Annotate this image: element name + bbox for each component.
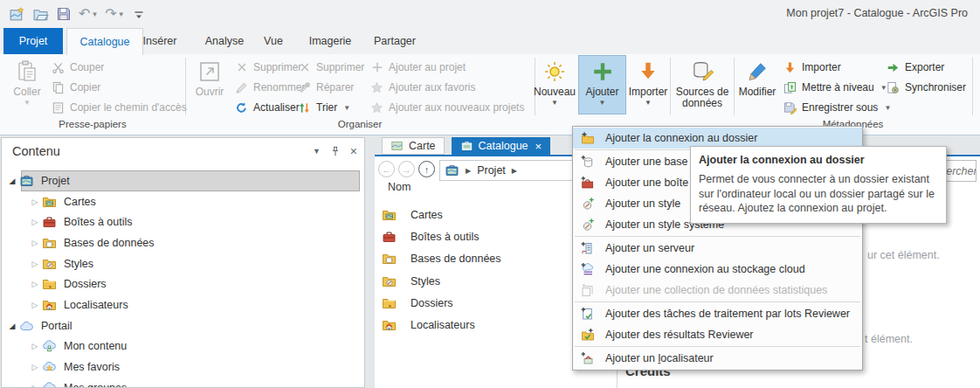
exporter-button[interactable]: Exporter [886, 58, 966, 77]
tree-item-dossiers[interactable]: ▷Dossiers [2, 274, 364, 294]
ribbon-tab-vue[interactable]: Vue [256, 28, 291, 54]
tree-item-boites-a-outils[interactable]: ▷Boîtes à outils [2, 211, 364, 232]
column-header-name[interactable]: Nom [388, 181, 411, 193]
supprimer-button[interactable]: Supprimer [297, 58, 364, 77]
copy-icon [51, 80, 66, 94]
couper-button[interactable]: Couper [51, 58, 187, 77]
plus-gray-icon [369, 60, 384, 74]
paste-button[interactable]: Coller ▼ [7, 56, 47, 114]
tree-item-label: Mes favoris [64, 361, 120, 373]
tree-item-mes-groupes[interactable]: ▷Mes groupes [2, 378, 364, 388]
catalog-item-label: Bases de données [411, 253, 501, 265]
folder-map-icon [42, 195, 58, 209]
redo-button[interactable]: ↷▼ [101, 3, 128, 25]
close-icon[interactable]: × [535, 141, 542, 152]
close-icon[interactable]: × [350, 144, 357, 158]
button-label: Ajouter aux nouveaux projets [389, 101, 524, 114]
forward-button[interactable]: → [398, 161, 415, 177]
data-sources-button[interactable]: Sources de données [672, 56, 733, 114]
ribbon-tab-catalogue[interactable]: Catalogue [66, 28, 143, 55]
tooltip: Ajouter la connexion au dossier Permet d… [690, 146, 947, 224]
ajouter-aux-favoris-button[interactable]: Ajouter aux favoris [369, 78, 524, 97]
back-button[interactable]: ← [378, 161, 395, 177]
folder-icon [42, 277, 58, 291]
expand-icon[interactable]: ▷ [28, 260, 42, 268]
undo-button[interactable]: ↶▼ [75, 3, 101, 25]
tree-item-label: Boîtes à outils [64, 216, 133, 228]
menu-item-ajouter-des-taches-de-traitement-par-lots-reviewer[interactable]: Ajouter des tâches de traitement par lot… [573, 303, 862, 324]
import-button[interactable]: Importer ▼ [626, 56, 670, 114]
menu-item-ajouter-une-collection-de-donnees-statistiques[interactable]: Ajouter une collection de données statis… [573, 280, 862, 301]
collapse-icon[interactable]: ◢ [5, 322, 19, 330]
folder-db-icon [42, 236, 58, 250]
renommer-button[interactable]: Renommer [234, 78, 305, 97]
menu-item-ajouter-des-resultats-reviewer[interactable]: Ajouter des résultats Reviewer [573, 324, 862, 345]
tree-item-portail[interactable]: ◢Portail [2, 315, 364, 336]
catalog-item-label: Localisateurs [411, 319, 475, 331]
tree-item-bases-de-donnees[interactable]: ▷Bases de données [2, 232, 364, 253]
importer-button[interactable]: Importer [783, 58, 891, 77]
ribbon-tab-projet[interactable]: Projet [3, 28, 63, 54]
collapse-icon[interactable]: ◢ [5, 177, 19, 185]
view-tab-catalogue[interactable]: Catalogue× [452, 137, 551, 155]
menu-item-ajouter-un-localisateur[interactable]: Ajouter un localisateur [573, 348, 862, 369]
new-project-button[interactable] [5, 3, 29, 25]
customize-qat-button[interactable] [128, 3, 149, 25]
tree-item-mon-contenu[interactable]: ▷Mon contenu [2, 336, 364, 357]
ajouter-aux-nouveaux-projets-button[interactable]: Ajouter aux nouveaux projets [369, 98, 524, 117]
expand-icon[interactable]: ▷ [28, 301, 42, 309]
organiser-column-3: Ajouter au projetAjouter aux favorisAjou… [369, 58, 524, 117]
tree-item-localisateurs[interactable]: ▷Localisateurs [2, 294, 364, 315]
m-tasks-icon [580, 307, 595, 321]
mettre-a-niveau-button[interactable]: Mettre à niveau▼ [783, 78, 891, 97]
view-tab-carte[interactable]: Carte [382, 137, 445, 155]
tree-item-label: Bases de données [64, 237, 155, 249]
expand-icon[interactable]: ▷ [28, 363, 42, 371]
open-button[interactable]: Ouvrir [189, 56, 231, 114]
folder-db-icon [382, 252, 397, 266]
tree-item-cartes[interactable]: ▷Cartes [2, 191, 364, 212]
folder-style-icon [382, 274, 397, 288]
open-project-button[interactable] [29, 3, 52, 25]
save-project-button[interactable] [52, 3, 75, 25]
tree-item-label: Localisateurs [64, 299, 128, 311]
expand-icon[interactable]: ▷ [28, 384, 42, 388]
catalog-item-label: Cartes [411, 209, 443, 221]
qat-new-icon [9, 6, 25, 23]
menu-item-ajouter-une-connexion-au-stockage-cloud[interactable]: Ajouter une connexion au stockage cloud [573, 259, 862, 280]
expand-icon[interactable]: ▷ [28, 197, 42, 206]
copier-le-chemin-d-acces-button[interactable]: Copier le chemin d'accès [51, 98, 187, 117]
tree-item-projet[interactable]: ◢Projet [2, 170, 364, 191]
ribbon-tab-partager[interactable]: Partager [362, 28, 427, 54]
ribbon-tab-imagerie[interactable]: Imagerie [298, 28, 362, 54]
ribbon-tab-analyse[interactable]: Analyse [197, 28, 252, 54]
expand-icon[interactable]: ▷ [28, 239, 42, 247]
m-style-plus-icon [580, 218, 595, 232]
enregistrer-sous-button[interactable]: Enregistrer sous▼ [783, 98, 891, 117]
actualiser-button[interactable]: Actualiser [234, 98, 305, 117]
up-button[interactable]: ↑ [418, 161, 435, 177]
edit-metadata-button[interactable]: Modifier [735, 56, 779, 114]
pane-menu-caret-icon[interactable]: ▼ [313, 147, 321, 156]
new-button[interactable]: Nouveau ▼ [531, 56, 578, 114]
expand-icon[interactable]: ▷ [28, 342, 42, 350]
tree-item-styles[interactable]: ▷Styles [2, 253, 364, 274]
add-button[interactable]: Ajouter ▼ [579, 56, 625, 114]
expand-icon[interactable]: ▷ [28, 280, 42, 288]
copier-button[interactable]: Copier [51, 78, 187, 97]
tree-item-mes-favoris[interactable]: ▷Mes favoris [2, 357, 364, 378]
reparer-button[interactable]: Réparer [297, 78, 364, 97]
button-label: Exporter [905, 61, 944, 73]
menu-item-ajouter-un-serveur[interactable]: Ajouter un serveur [573, 238, 862, 259]
menu-separator [575, 236, 860, 237]
breadcrumb-item[interactable]: Projet [477, 164, 506, 177]
synchroniser-button[interactable]: Synchroniser [886, 78, 966, 97]
view-tab-strip: CarteCatalogue× [382, 137, 550, 155]
pin-icon[interactable] [329, 145, 342, 157]
supprimer-button[interactable]: Supprimer [234, 58, 305, 77]
trier-button[interactable]: Trier▼ [297, 98, 364, 117]
undo-icon: ↶ [79, 7, 90, 21]
menu-item-label: Ajouter des tâches de traitement par lot… [605, 308, 850, 320]
expand-icon[interactable]: ▷ [28, 218, 42, 226]
ajouter-au-projet-button[interactable]: Ajouter au projet [369, 58, 524, 77]
